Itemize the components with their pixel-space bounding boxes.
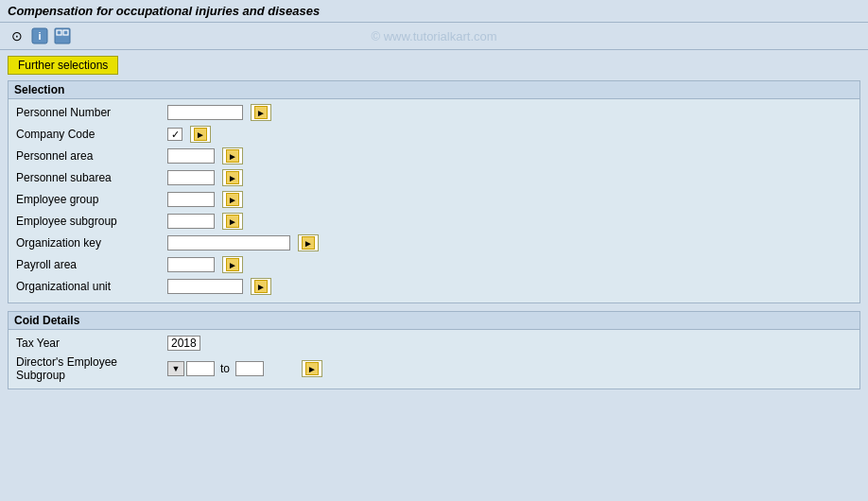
personnel-subarea-arrow[interactable]: ► bbox=[222, 169, 243, 186]
organizational-unit-arrow[interactable]: ► bbox=[251, 278, 271, 295]
arrow-icon: ► bbox=[194, 128, 207, 141]
personnel-subarea-label: Personnel subarea bbox=[16, 171, 167, 184]
personnel-subarea-input[interactable] bbox=[167, 170, 215, 185]
employee-subgroup-arrow[interactable]: ► bbox=[222, 213, 243, 230]
toolbar: ⊙ i © www.tutorialkart.com bbox=[0, 23, 868, 50]
personnel-number-row: Personnel Number ► bbox=[16, 103, 852, 122]
selection-section-title: Selection bbox=[9, 81, 859, 99]
further-selections-button[interactable]: Further selections bbox=[8, 56, 118, 75]
organization-key-arrow[interactable]: ► bbox=[298, 234, 319, 251]
organization-key-row: Organization key ► bbox=[16, 233, 852, 252]
organization-key-input[interactable] bbox=[167, 235, 290, 250]
selection-section-body: Personnel Number ► Company Code ✓ ► Pers… bbox=[9, 99, 859, 302]
personnel-area-label: Personnel area bbox=[16, 149, 167, 163]
company-code-row: Company Code ✓ ► bbox=[16, 125, 852, 144]
organizational-unit-label: Organizational unit bbox=[16, 280, 167, 293]
coid-section-title: Coid Details bbox=[9, 312, 859, 330]
employee-group-input[interactable] bbox=[167, 192, 215, 207]
personnel-area-input[interactable] bbox=[167, 148, 215, 164]
personnel-number-label: Personnel Number bbox=[16, 106, 167, 119]
toolbar-icons: ⊙ i bbox=[8, 26, 72, 45]
directors-employee-subgroup-row: Director's Employee Subgroup ▼ to ► bbox=[16, 355, 852, 382]
main-content: Further selections Selection Personnel N… bbox=[0, 50, 868, 403]
personnel-area-arrow[interactable]: ► bbox=[222, 147, 243, 164]
payroll-area-row: Payroll area ► bbox=[16, 255, 852, 274]
title-bar: Compensation for occupational injuries a… bbox=[0, 0, 868, 23]
payroll-area-input[interactable] bbox=[167, 257, 215, 272]
employee-group-label: Employee group bbox=[16, 193, 167, 206]
organizational-unit-row: Organizational unit ► bbox=[16, 277, 852, 296]
personnel-number-input[interactable] bbox=[167, 105, 243, 120]
directors-subgroup-from-input[interactable] bbox=[186, 361, 215, 376]
expand-icon[interactable] bbox=[53, 26, 72, 45]
company-code-checkbox[interactable]: ✓ bbox=[167, 128, 182, 141]
organizational-unit-input[interactable] bbox=[167, 279, 243, 294]
arrow-icon: ► bbox=[254, 106, 268, 119]
company-code-arrow[interactable]: ► bbox=[190, 126, 211, 143]
arrow-icon: ► bbox=[226, 258, 239, 271]
personnel-area-row: Personnel area ► bbox=[16, 147, 852, 165]
arrow-icon: ► bbox=[254, 280, 268, 293]
payroll-area-arrow[interactable]: ► bbox=[222, 256, 243, 273]
coid-section: Coid Details Tax Year 2018 Director's Em… bbox=[8, 311, 860, 389]
employee-subgroup-input[interactable] bbox=[167, 214, 215, 229]
directors-employee-subgroup-label: Director's Employee Subgroup bbox=[16, 355, 167, 382]
arrow-icon: ► bbox=[305, 362, 319, 375]
selection-section: Selection Personnel Number ► Company Cod… bbox=[8, 80, 860, 303]
svg-text:i: i bbox=[38, 30, 41, 42]
organization-key-label: Organization key bbox=[16, 236, 167, 250]
info-icon[interactable]: i bbox=[30, 26, 49, 45]
tax-year-label: Tax Year bbox=[16, 337, 167, 350]
employee-group-arrow[interactable]: ► bbox=[222, 191, 243, 208]
arrow-icon: ► bbox=[226, 171, 239, 184]
tax-year-row: Tax Year 2018 bbox=[16, 334, 852, 353]
page-title: Compensation for occupational injuries a… bbox=[8, 4, 860, 18]
to-label: to bbox=[220, 362, 230, 375]
coid-section-body: Tax Year 2018 Director's Employee Subgro… bbox=[9, 330, 859, 389]
arrow-icon: ► bbox=[226, 149, 239, 163]
employee-group-row: Employee group ► bbox=[16, 190, 852, 209]
company-code-label: Company Code bbox=[16, 128, 167, 141]
personnel-number-arrow[interactable]: ► bbox=[251, 104, 271, 121]
employee-subgroup-label: Employee subgroup bbox=[16, 215, 167, 228]
watermark: © www.tutorialkart.com bbox=[371, 29, 496, 43]
tax-year-value: 2018 bbox=[167, 336, 200, 351]
directors-subgroup-to-input[interactable] bbox=[235, 361, 264, 376]
directors-subgroup-picker-btn[interactable]: ▼ bbox=[167, 361, 184, 376]
personnel-subarea-row: Personnel subarea ► bbox=[16, 168, 852, 187]
arrow-icon: ► bbox=[302, 236, 315, 250]
arrow-icon: ► bbox=[226, 193, 239, 206]
back-icon[interactable]: ⊙ bbox=[8, 26, 26, 45]
directors-subgroup-arrow[interactable]: ► bbox=[302, 360, 322, 377]
employee-subgroup-row: Employee subgroup ► bbox=[16, 212, 852, 231]
payroll-area-label: Payroll area bbox=[16, 258, 167, 271]
arrow-icon: ► bbox=[226, 215, 239, 228]
